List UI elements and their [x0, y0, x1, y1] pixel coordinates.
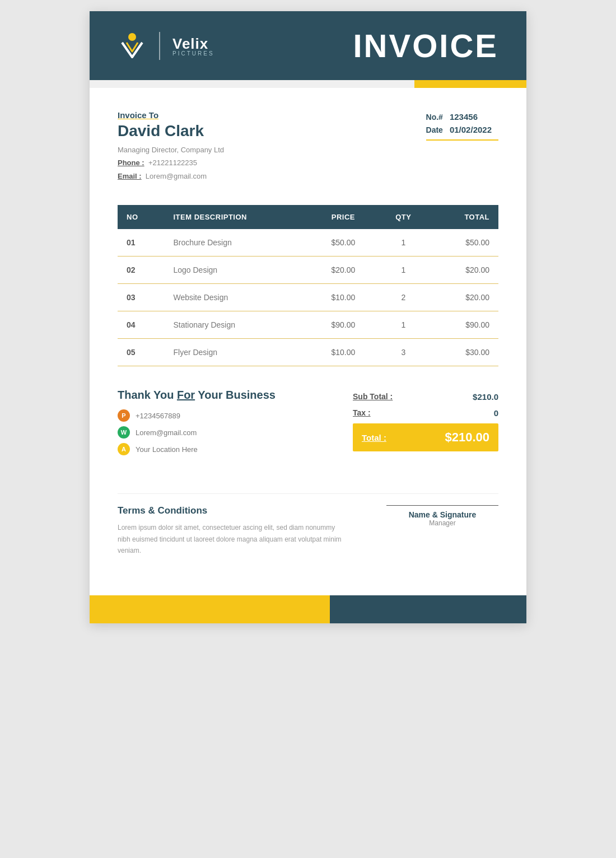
- logo-divider: [159, 32, 160, 60]
- row-desc: Logo Design: [164, 257, 310, 284]
- row-total: $30.00: [430, 339, 498, 366]
- invoice-header: Velix PICTURES INVOICE: [90, 11, 526, 80]
- signature-name: Name & Signature: [386, 510, 498, 519]
- meta-no-value: 123456: [450, 110, 498, 123]
- tax-value: 0: [494, 408, 498, 418]
- logo-area: Velix PICTURES: [118, 31, 214, 60]
- logo-name: Velix: [172, 35, 214, 53]
- signature-line: [386, 505, 498, 506]
- contact-phone-item: P +1234567889: [118, 409, 353, 422]
- table-row: 03 Website Design $10.00 2 $20.00: [118, 284, 498, 311]
- total-value: $210.00: [445, 430, 489, 445]
- invoice-meta: No.# 123456 Date 01/02/2022: [426, 110, 498, 141]
- table-row: 02 Logo Design $20.00 1 $20.00: [118, 257, 498, 284]
- footer-section: Thank You For Your Business P +123456788…: [118, 389, 498, 460]
- row-no: 03: [118, 284, 164, 311]
- logo-icon: [118, 31, 147, 60]
- row-total: $20.00: [430, 284, 498, 311]
- subtotal-value: $210.0: [473, 392, 498, 402]
- table-row: 01 Brochure Design $50.00 1 $50.00: [118, 229, 498, 257]
- tax-row: Tax : 0: [353, 405, 498, 421]
- row-desc: Stationary Design: [164, 311, 310, 339]
- row-price: $50.00: [310, 229, 376, 257]
- row-desc: Website Design: [164, 284, 310, 311]
- meta-divider: [426, 139, 498, 141]
- row-desc: Brochure Design: [164, 229, 310, 257]
- contact-address-item: A Your Location Here: [118, 443, 353, 455]
- row-no: 02: [118, 257, 164, 284]
- contact-email-item: W Lorem@gmail.com: [118, 426, 353, 439]
- table-header-row: NO ITEM DESCRIPTION PRICE QTY TOTAL: [118, 205, 498, 229]
- table-header: NO ITEM DESCRIPTION PRICE QTY TOTAL: [118, 205, 498, 229]
- meta-no-label: No.#: [426, 110, 450, 123]
- logo-text-area: Velix PICTURES: [172, 35, 214, 57]
- accent-bar: [90, 80, 526, 88]
- invoice-to-section: Invoice To David Clark Managing Director…: [118, 110, 498, 183]
- meta-table: No.# 123456 Date 01/02/2022: [426, 110, 498, 136]
- thank-you-address: Your Location Here: [136, 445, 198, 454]
- web-icon: W: [118, 426, 130, 439]
- footer-bar-dark: [330, 595, 526, 623]
- row-total: $20.00: [430, 257, 498, 284]
- col-desc: ITEM DESCRIPTION: [164, 205, 310, 229]
- row-no: 04: [118, 311, 164, 339]
- row-total: $90.00: [430, 311, 498, 339]
- terms-text: Lorem ipsum dolor sit amet, consectetuer…: [118, 522, 342, 556]
- terms-left: Terms & Conditions Lorem ipsum dolor sit…: [118, 505, 342, 556]
- client-name: David Clark: [118, 122, 224, 140]
- thank-you: Thank You For Your Business P +123456788…: [118, 389, 353, 460]
- invoice-title: INVOICE: [353, 27, 499, 64]
- meta-row-no: No.# 123456: [426, 110, 498, 123]
- row-qty: 1: [376, 311, 430, 339]
- logo-subtitle: PICTURES: [172, 50, 214, 57]
- terms-section: Terms & Conditions Lorem ipsum dolor sit…: [118, 493, 498, 556]
- thank-you-phone: +1234567889: [136, 412, 180, 420]
- phone-value: +21221122235: [148, 158, 197, 167]
- phone-label: Phone :: [118, 158, 144, 167]
- meta-row-date: Date 01/02/2022: [426, 123, 498, 136]
- row-price: $10.00: [310, 284, 376, 311]
- items-table: NO ITEM DESCRIPTION PRICE QTY TOTAL 01 B…: [118, 205, 498, 366]
- totals-area: Sub Total : $210.0 Tax : 0 Total : $210.…: [353, 389, 498, 451]
- client-details: Managing Director, Company Ltd Phone : +…: [118, 143, 224, 183]
- row-desc: Flyer Design: [164, 339, 310, 366]
- terms-title: Terms & Conditions: [118, 505, 342, 516]
- email-label: Email :: [118, 172, 142, 180]
- client-title: Managing Director, Company Ltd: [118, 143, 224, 156]
- total-final-row: Total : $210.00: [353, 423, 498, 451]
- col-qty: QTY: [376, 205, 430, 229]
- meta-date-value: 01/02/2022: [450, 123, 498, 136]
- row-no: 01: [118, 229, 164, 257]
- subtotal-label: Sub Total :: [353, 392, 393, 402]
- client-phone: Phone : +21221122235: [118, 156, 224, 169]
- col-total: TOTAL: [430, 205, 498, 229]
- footer-bar: [90, 595, 526, 623]
- client-email: Email : Lorem@gmail.com: [118, 170, 224, 183]
- invoice-document: Velix PICTURES INVOICE Invoice To David …: [90, 11, 526, 623]
- meta-date-label: Date: [426, 123, 450, 136]
- tax-label: Tax :: [353, 408, 371, 418]
- row-price: $10.00: [310, 339, 376, 366]
- row-price: $20.00: [310, 257, 376, 284]
- invoice-to-label: Invoice To: [118, 110, 224, 120]
- col-price: PRICE: [310, 205, 376, 229]
- row-price: $90.00: [310, 311, 376, 339]
- invoice-to-left: Invoice To David Clark Managing Director…: [118, 110, 224, 183]
- table-body: 01 Brochure Design $50.00 1 $50.00 02 Lo…: [118, 229, 498, 366]
- row-qty: 2: [376, 284, 430, 311]
- signature-role: Manager: [386, 519, 498, 527]
- row-total: $50.00: [430, 229, 498, 257]
- footer-bar-yellow: [90, 595, 330, 623]
- signature-area: Name & Signature Manager: [386, 505, 498, 527]
- address-icon: A: [118, 443, 130, 455]
- row-qty: 3: [376, 339, 430, 366]
- row-no: 05: [118, 339, 164, 366]
- total-label: Total :: [362, 433, 386, 442]
- table-row: 04 Stationary Design $90.00 1 $90.00: [118, 311, 498, 339]
- thank-you-title: Thank You For Your Business: [118, 389, 353, 402]
- email-value: Lorem@gmail.com: [146, 172, 207, 180]
- row-qty: 1: [376, 229, 430, 257]
- for-underline: For: [177, 389, 195, 401]
- table-row: 05 Flyer Design $10.00 3 $30.00: [118, 339, 498, 366]
- svg-point-0: [128, 33, 136, 41]
